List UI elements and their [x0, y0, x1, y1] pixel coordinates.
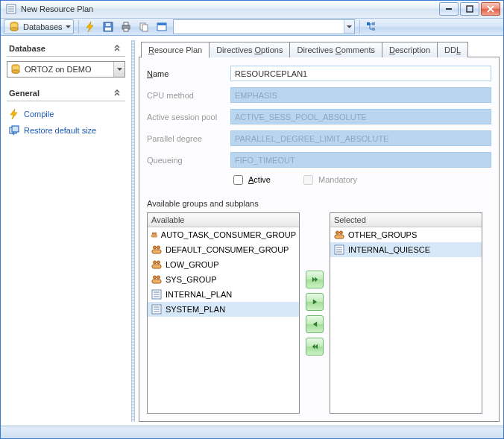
toolbar: Databases — [1, 19, 503, 36]
active-session-pool-input — [230, 109, 491, 124]
mandatory-checkbox-label: Mandatory — [318, 175, 357, 184]
active-checkbox-label: Active — [248, 175, 271, 184]
save-icon — [102, 21, 114, 33]
sidebar-item-label: Restore default size — [24, 126, 96, 135]
splitter[interactable] — [131, 40, 135, 422]
maximize-button[interactable] — [460, 2, 479, 16]
tab-resource-plan[interactable]: Resource Plan — [141, 42, 210, 58]
list-item-label: SYS_GROUP — [166, 275, 216, 284]
list-item[interactable]: SYSTEM_PLAN — [148, 302, 299, 317]
list-item[interactable]: SYS_GROUP — [148, 272, 299, 287]
sidebar-item-compile[interactable]: Compile — [7, 106, 125, 122]
print-button[interactable] — [118, 19, 134, 35]
restore-icon — [8, 124, 20, 136]
list-item[interactable]: AUTO_TASK_CONSUMER_GROUP — [148, 227, 299, 242]
active-checkbox[interactable] — [233, 175, 243, 185]
list-item-label: INTERNAL_PLAN — [166, 290, 232, 299]
sidebar-item-label: Compile — [24, 110, 54, 119]
group-icon — [333, 229, 345, 241]
bolt-icon — [84, 21, 96, 33]
list-item[interactable]: INTERNAL_PLAN — [148, 287, 299, 302]
move-all-right-button[interactable] — [306, 271, 324, 288]
print-icon — [120, 21, 132, 33]
tree-view-button[interactable] — [363, 19, 379, 35]
window-button[interactable] — [154, 19, 170, 35]
list-item[interactable]: DEFAULT_CONSUMER_GROUP — [148, 242, 299, 257]
copy-icon — [138, 21, 150, 33]
toolbar-separator — [359, 20, 360, 34]
mandatory-checkbox-group: Mandatory — [300, 173, 357, 187]
databases-label: Databases — [23, 22, 63, 31]
save-button[interactable] — [100, 19, 116, 35]
close-button[interactable] — [481, 2, 500, 16]
parallel-degree-input — [230, 130, 491, 146]
app-icon — [5, 3, 17, 15]
tab-description[interactable]: Description — [382, 42, 438, 57]
tabstrip: Resource PlanDirectives OptionsDirective… — [139, 40, 500, 57]
status-bar — [1, 426, 503, 438]
sidebar-item-restore-default-size[interactable]: Restore default size — [7, 122, 125, 139]
copy-button[interactable] — [136, 19, 152, 35]
cpu-method-label: CPU method — [147, 91, 230, 100]
minimize-button[interactable] — [439, 2, 459, 16]
name-label: Name — [147, 69, 230, 78]
queueing-label: Queueing — [147, 156, 230, 165]
selected-listbox[interactable]: Selected OTHER_GROUPSINTERNAL_QUIESCE — [330, 212, 482, 414]
parallel-degree-label: Parallel degree — [147, 134, 230, 143]
list-item[interactable]: OTHER_GROUPS — [330, 227, 482, 242]
group-icon — [151, 274, 163, 285]
list-item[interactable]: LOW_GROUP — [148, 257, 299, 272]
chevron-down-icon — [66, 25, 71, 28]
compile-button[interactable] — [82, 19, 98, 35]
tab-body-resource-plan: Name CPU method Active session pool Para… — [139, 57, 500, 422]
available-header: Available — [148, 213, 299, 227]
list-item-label: OTHER_GROUPS — [348, 230, 417, 239]
toolbar-separator — [78, 20, 79, 34]
chevron-down-icon — [117, 68, 122, 71]
chevron-down-icon — [347, 25, 352, 28]
sidebar-general-header[interactable]: General — [7, 86, 125, 101]
list-item-label: INTERNAL_QUIESCE — [348, 245, 430, 254]
active-checkbox-group: Active — [230, 173, 271, 187]
move-right-button[interactable] — [306, 293, 324, 311]
database-selected-label: ORTOZ on DEMO — [25, 65, 91, 74]
sidebar-database-header[interactable]: Database — [7, 42, 125, 57]
list-item-label: SYSTEM_PLAN — [166, 305, 225, 314]
list-item[interactable]: INTERNAL_QUIESCE — [330, 242, 482, 257]
window-icon — [156, 21, 168, 33]
available-groups-label: Available groups and subplans — [147, 199, 491, 208]
plan-icon — [333, 244, 345, 256]
active-session-pool-label: Active session pool — [147, 113, 230, 121]
move-left-button[interactable] — [306, 315, 324, 333]
mandatory-checkbox — [303, 175, 313, 185]
window: New Resource Plan Databases — [0, 0, 504, 439]
tab-ddl[interactable]: DDL — [437, 42, 468, 57]
move-all-left-button[interactable] — [306, 338, 324, 356]
bolt-icon — [8, 108, 20, 120]
tree-icon — [365, 21, 377, 33]
titlebar[interactable]: New Resource Plan — [1, 1, 503, 19]
toolbar-combo[interactable] — [173, 19, 355, 34]
tab-directives-comments[interactable]: Directives Comments — [289, 42, 382, 57]
sidebar: Database ORTOZ on DEMO General CompileRe — [4, 40, 127, 422]
database-icon — [10, 63, 22, 75]
list-item-label: LOW_GROUP — [166, 260, 219, 269]
databases-dropdown[interactable]: Databases — [4, 19, 74, 34]
plan-icon — [151, 288, 163, 300]
name-input[interactable] — [230, 66, 491, 81]
available-listbox[interactable]: Available AUTO_TASK_CONSUMER_GROUPDEFAUL… — [147, 212, 300, 414]
list-item-label: DEFAULT_CONSUMER_GROUP — [166, 245, 289, 254]
group-icon — [151, 259, 163, 271]
tab-directives-options[interactable]: Directives Options — [209, 42, 290, 57]
cpu-method-input — [230, 87, 491, 103]
group-icon — [151, 229, 158, 241]
selected-header: Selected — [330, 213, 482, 227]
plan-icon — [151, 303, 163, 315]
database-icon — [8, 21, 20, 33]
window-title: New Resource Plan — [21, 4, 439, 13]
group-icon — [151, 244, 163, 256]
main-panel: Resource PlanDirectives OptionsDirective… — [139, 40, 500, 422]
collapse-icon — [114, 89, 123, 96]
collapse-icon — [114, 45, 123, 51]
database-selector[interactable]: ORTOZ on DEMO — [7, 61, 125, 78]
